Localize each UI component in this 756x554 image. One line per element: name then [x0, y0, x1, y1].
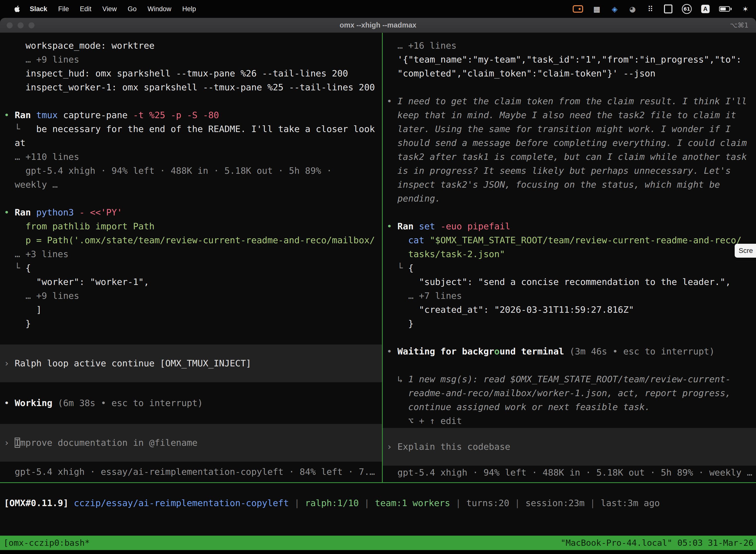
- ralph-loop-banner[interactable]: › Ralph loop active continue [OMX_TMUX_I…: [0, 344, 382, 382]
- terminal-line: tasks/task-2.json": [387, 247, 756, 261]
- text-segment: "worker": "worker-1",: [4, 277, 149, 287]
- text-segment: Ran: [15, 110, 36, 120]
- pane-status-left-text: gpt-5.4 xhigh · essay/ai-reimplementatio…: [4, 466, 375, 477]
- close-button[interactable]: [6, 22, 13, 29]
- menu-edit[interactable]: Edit: [74, 5, 97, 13]
- prompt-input-right[interactable]: › Explain this codebase: [383, 428, 756, 466]
- terminal-line: '{"team_name":"my-team","task_id":"1","f…: [387, 53, 756, 66]
- terminal-line: … +9 lines: [4, 53, 382, 66]
- fan-icon[interactable]: ✶: [741, 4, 750, 14]
- minimize-button[interactable]: [17, 22, 24, 29]
- menu-file[interactable]: File: [53, 5, 75, 13]
- dots-grid-icon[interactable]: ⠿: [646, 4, 654, 14]
- terminal-pane-right[interactable]: … +16 lines '{"team_name":"my-team","tas…: [383, 33, 756, 482]
- text-segment: gpt-5.4 xhigh · 94% left · 488K in · 5.1…: [4, 166, 332, 176]
- text-segment: weekly …: [4, 179, 58, 189]
- screenshot-overlay-button[interactable]: Scre: [735, 244, 756, 258]
- dropbox-icon[interactable]: ◈: [611, 4, 619, 14]
- text-segment: inspect task2's JSON, focusing on the st…: [387, 179, 720, 189]
- terminal-line: inspect_hud: omx sparkshell --tmux-pane …: [4, 66, 382, 80]
- text-segment: }: [4, 319, 31, 329]
- text-segment: later. Using the same for transition mig…: [387, 124, 731, 134]
- terminal-line: … +9 lines: [4, 289, 382, 303]
- text-segment: "created_at": "2026-03-31T11:59:27.816Z": [387, 304, 634, 315]
- terminal-line: ]: [4, 303, 382, 317]
- text-segment: ›: [4, 358, 15, 368]
- text-segment: set: [419, 221, 441, 231]
- text-segment: … +3 lines: [4, 249, 68, 259]
- text-segment: ]: [4, 304, 42, 315]
- text-segment: {: [408, 263, 414, 273]
- terminal-line: • Waiting for background terminal (3m 46…: [387, 344, 756, 358]
- apple-logo-icon: [14, 5, 20, 13]
- text-segment: … +16 lines: [387, 41, 457, 51]
- text-segment: Ralph loop active continue [OMX_TMUX_INJ…: [15, 358, 251, 368]
- record-dot: [579, 8, 581, 10]
- terminal-line: keep that in mind. Maybe I also need the…: [387, 108, 756, 122]
- terminal-line: [4, 382, 382, 396]
- terminal-line: • Ran set -euo pipefail: [387, 219, 756, 233]
- menu-help[interactable]: Help: [177, 5, 202, 13]
- text-segment: workspace_mode: worktree: [4, 41, 154, 51]
- battery-nub: [731, 8, 732, 10]
- text-segment: Ran: [397, 221, 419, 231]
- text-segment: "subject": "send a concise recommendatio…: [387, 277, 731, 287]
- menu-view[interactable]: View: [97, 5, 122, 13]
- battery-percent-badge[interactable]: 61: [682, 4, 692, 14]
- menu-go[interactable]: Go: [122, 5, 142, 13]
- zoom-button[interactable]: [28, 22, 35, 29]
- text-segment: •: [4, 398, 15, 408]
- terminal-pane-left[interactable]: workspace_mode: worktree … +9 lines insp…: [0, 33, 382, 482]
- apple-menu[interactable]: [10, 5, 24, 13]
- text-segment: python3: [36, 207, 74, 217]
- text-segment: task2 after task1 is complete, but can I…: [387, 152, 747, 162]
- text-segment: Waiting for backgr: [397, 346, 494, 356]
- pane-right-lines: … +16 lines '{"team_name":"my-team","tas…: [387, 39, 756, 466]
- terminal-line: cat "$OMX_TEAM_STATE_ROOT/team/review-cu…: [387, 233, 756, 247]
- phone-mirroring-icon[interactable]: [664, 4, 673, 13]
- input-source-icon[interactable]: A: [701, 5, 710, 13]
- terminal-line: [4, 94, 382, 108]
- text-segment: keep that in mind. Maybe I also need the…: [387, 110, 736, 120]
- app-menu-slack[interactable]: Slack: [24, 5, 53, 13]
- bottom-strip: [0, 550, 756, 554]
- terminal-window: omx --xhigh --madmax ⌥⌘1 workspace_mode:…: [0, 18, 756, 554]
- terminal-line: p = Path('.omx/state/team/review-current…: [4, 233, 382, 247]
- terminal-line: "completed","claim_token":"claim-token"}…: [387, 66, 756, 80]
- window-titlebar[interactable]: omx --xhigh --madmax ⌥⌘1: [0, 18, 756, 33]
- menu-window[interactable]: Window: [142, 5, 177, 13]
- terminal-line: [4, 410, 382, 424]
- text-segment: └: [4, 263, 25, 273]
- terminal-line: … +3 lines: [4, 247, 382, 261]
- disc-icon[interactable]: ◕: [628, 4, 637, 14]
- terminal-line: inspect_worker-1: omx sparkshell --tmux-…: [4, 80, 382, 94]
- text-segment: •: [4, 207, 15, 217]
- tmux-session-label: [omx-cczip0:bash*: [3, 538, 90, 548]
- battery-fill: [720, 7, 726, 10]
- hud-segment: [OMX#0.11.9]: [4, 498, 74, 508]
- window-title: omx --xhigh --madmax: [0, 21, 756, 29]
- terminal-line: [387, 80, 756, 94]
- text-segment: tmux: [36, 110, 58, 120]
- hud-segment: cczip/essay/ai-reimplementation-copyleft: [74, 498, 289, 508]
- grid-icon[interactable]: ▦: [592, 4, 601, 14]
- terminal-line: └ be necessary for the end of the README…: [4, 122, 382, 136]
- text-segment: •: [387, 221, 397, 231]
- screen-recording-icon[interactable]: [573, 5, 583, 13]
- pane-status-right-text: gpt-5.4 xhigh · 94% left · 488K in · 5.1…: [387, 467, 752, 478]
- terminal-line: [4, 191, 382, 206]
- text-segment: - <<'PY': [74, 207, 122, 217]
- terminal-line: pending.: [387, 191, 756, 206]
- menu-items: FileEditViewGoWindowHelp: [53, 5, 202, 13]
- terminal-line: is in progress? It seems likely but perh…: [387, 164, 756, 178]
- terminal-line: readme-and-reco/mailbox/worker-1.json, a…: [387, 386, 756, 400]
- text-segment: … +110 lines: [4, 152, 79, 162]
- battery-icon[interactable]: [719, 4, 732, 14]
- menu-bar-left: Slack FileEditViewGoWindowHelp: [10, 5, 201, 13]
- text-segment: continue assigned work or next feasible …: [387, 402, 650, 412]
- text-segment: pending.: [387, 193, 441, 204]
- prompt-input-left[interactable]: › Improve documentation in @filename: [0, 424, 382, 462]
- text-segment: is in progress? It seems likely but perh…: [387, 166, 731, 176]
- terminal-line: • I need to get the claim token from the…: [387, 94, 756, 108]
- text-segment: ⌥ + ↑ edit: [387, 416, 462, 426]
